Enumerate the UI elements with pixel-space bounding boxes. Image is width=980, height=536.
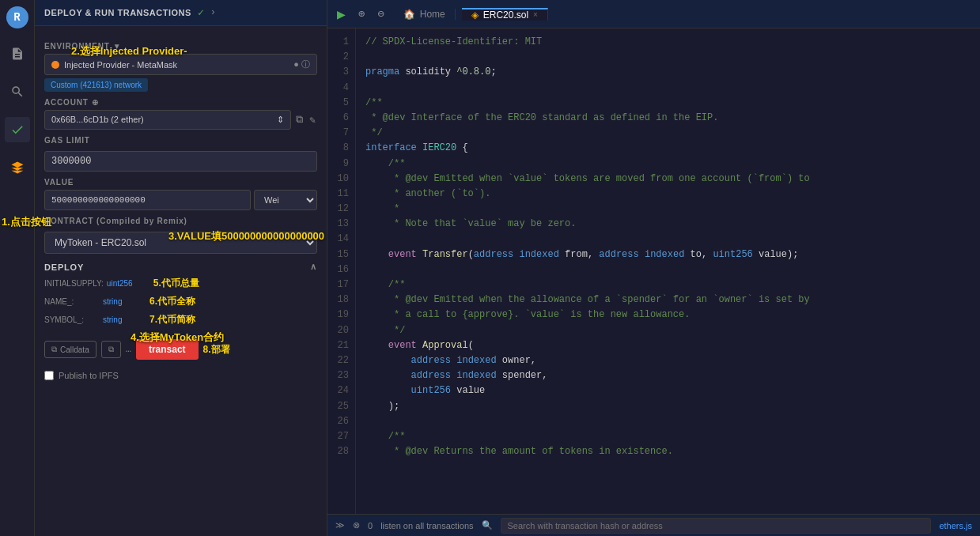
symbol-annotation: 7.代币简称 bbox=[149, 313, 195, 327]
code-area: 12345 678910 1112131415 1617181920 21222… bbox=[327, 28, 980, 514]
listen-label: listen on all transactions bbox=[380, 521, 473, 530]
deploy-title: DEPLOY & RUN TRANSACTIONS bbox=[44, 8, 191, 17]
contract-select[interactable]: MyToken - ERC20.sol bbox=[44, 232, 317, 254]
zoom-in-button[interactable]: ⊕ bbox=[355, 6, 368, 22]
account-row: 0x66B...6cD1b (2 ether) ⇕ ⧉ ✎ bbox=[44, 110, 317, 130]
play-button[interactable]: ▶ bbox=[334, 4, 349, 25]
check-icon[interactable] bbox=[5, 117, 30, 142]
ethers-link[interactable]: ethers.js bbox=[939, 521, 972, 530]
tab-erc20-label: ERC20.sol bbox=[483, 9, 528, 21]
publish-row: Publish to IPFS bbox=[44, 371, 317, 380]
line-numbers: 12345 678910 1112131415 1617181920 21222… bbox=[327, 28, 356, 514]
bottom-actions: ⧉ Calldata ⧉ … transact 8.部署 bbox=[44, 334, 317, 364]
account-label: ACCOUNT ⊕ bbox=[44, 98, 317, 107]
account-plus-icon[interactable]: ⊕ bbox=[92, 98, 99, 107]
account-chevron-icon: ⇕ bbox=[277, 115, 284, 125]
deploy-sidebar-icon[interactable] bbox=[5, 155, 30, 180]
name-label: NAME_: bbox=[44, 297, 100, 306]
gas-limit-label: GAS LIMIT bbox=[44, 136, 317, 145]
value-row: Wei Gwei Finney Ether bbox=[44, 190, 317, 210]
env-dropdown-icon: ▼ bbox=[113, 42, 122, 51]
tab-home[interactable]: 🏠 Home bbox=[394, 9, 456, 20]
environment-label: ENVIRONMENT ▼ bbox=[44, 42, 317, 51]
chevron-status-icon[interactable]: ≫ bbox=[335, 520, 345, 530]
initial-supply-type: uint256 bbox=[107, 279, 150, 288]
network-badge: Custom (421613) network bbox=[44, 78, 148, 92]
value-label: VALUE bbox=[44, 178, 317, 187]
initial-supply-label: INITIALSUPPLY: bbox=[44, 279, 104, 288]
status-count: 0 bbox=[368, 521, 373, 530]
zoom-out-button[interactable]: ⊖ bbox=[374, 6, 387, 22]
ellipsis-button[interactable]: … bbox=[126, 344, 131, 355]
contract-label: CONTRACT (Compiled by Remix) bbox=[44, 217, 317, 225]
account-value: 0x66B...6cD1b (2 ether) bbox=[51, 115, 144, 124]
transact-button[interactable]: transact bbox=[136, 339, 199, 360]
name-annotation: 6.代币全称 bbox=[149, 295, 195, 308]
search-status-icon[interactable]: 🔍 bbox=[482, 520, 493, 530]
remix-logo-icon[interactable]: R bbox=[6, 6, 28, 28]
deploy-header: DEPLOY & RUN TRANSACTIONS ✓ › bbox=[35, 0, 327, 26]
calldata-btn2[interactable]: ⧉ bbox=[101, 341, 121, 358]
deploy-annotation-text: 8.部署 bbox=[203, 343, 230, 357]
search-sidebar-icon[interactable] bbox=[5, 79, 30, 104]
x-status-icon[interactable]: ⊗ bbox=[353, 520, 360, 530]
symbol-row: SYMBOL_: string 7.代币简称 bbox=[44, 313, 317, 327]
calldata-button[interactable]: ⧉ Calldata bbox=[44, 341, 96, 358]
code-content[interactable]: // SPDX-License-Identifier: MIT pragma s… bbox=[356, 28, 980, 514]
name-row: NAME_: string 6.代币全称 bbox=[44, 295, 317, 308]
status-bar: ≫ ⊗ 0 listen on all transactions 🔍 ether… bbox=[327, 514, 980, 536]
icon-sidebar: R bbox=[0, 0, 35, 536]
value-unit-select[interactable]: Wei Gwei Finney Ether bbox=[254, 190, 317, 210]
initial-supply-row: INITIALSUPPLY: uint256 5.代币总量 bbox=[44, 277, 317, 290]
copy-account-icon[interactable]: ⧉ bbox=[294, 112, 305, 127]
editor-toolbar: ▶ ⊕ ⊖ 🏠 Home ◈ ERC20.sol × bbox=[327, 0, 980, 28]
deploy-panel: DEPLOY & RUN TRANSACTIONS ✓ › ENVIRONMEN… bbox=[35, 0, 327, 536]
symbol-type: string bbox=[103, 315, 146, 324]
deploy-label: DEPLOY ∧ bbox=[44, 262, 317, 272]
gas-limit-input[interactable] bbox=[44, 151, 317, 172]
file-manager-icon[interactable] bbox=[5, 41, 30, 66]
publish-checkbox[interactable] bbox=[44, 371, 54, 380]
deploy-section: DEPLOY ∧ INITIALSUPPLY: uint256 5.代币总量 N… bbox=[44, 262, 317, 364]
calldata-icon: ⧉ bbox=[51, 345, 57, 354]
info-icon[interactable]: ● ⓘ bbox=[293, 59, 310, 70]
calldata-label: Calldata bbox=[60, 345, 89, 354]
deploy-chevron-icon[interactable]: ∧ bbox=[310, 262, 317, 272]
tx-search-input[interactable] bbox=[501, 518, 932, 534]
env-dropdown-text: Injected Provider - MetaMask bbox=[64, 60, 177, 70]
file-tab-icon: ◈ bbox=[471, 9, 479, 21]
environment-dropdown[interactable]: Injected Provider - MetaMask ● ⓘ bbox=[44, 54, 317, 75]
arrow-icon: › bbox=[210, 7, 216, 18]
account-select[interactable]: 0x66B...6cD1b (2 ether) ⇕ bbox=[44, 110, 291, 130]
calldata2-icon: ⧉ bbox=[108, 345, 114, 354]
initial-supply-annotation: 5.代币总量 bbox=[153, 277, 199, 290]
tab-close-icon[interactable]: × bbox=[533, 10, 538, 19]
panel-body: ENVIRONMENT ▼ Injected Provider - MetaMa… bbox=[35, 26, 327, 536]
edit-account-icon[interactable]: ✎ bbox=[308, 112, 317, 128]
symbol-label: SYMBOL_: bbox=[44, 315, 100, 324]
name-type: string bbox=[103, 297, 146, 306]
home-icon: 🏠 bbox=[403, 9, 415, 20]
publish-label: Publish to IPFS bbox=[59, 371, 119, 380]
tab-erc20[interactable]: ◈ ERC20.sol × bbox=[462, 8, 548, 21]
check-mark-icon: ✓ bbox=[198, 6, 204, 19]
metamask-dot bbox=[51, 61, 59, 69]
tab-home-label: Home bbox=[420, 9, 445, 20]
value-amount-input[interactable] bbox=[44, 190, 251, 210]
editor-area: ▶ ⊕ ⊖ 🏠 Home ◈ ERC20.sol × 12345 678910 … bbox=[327, 0, 980, 536]
